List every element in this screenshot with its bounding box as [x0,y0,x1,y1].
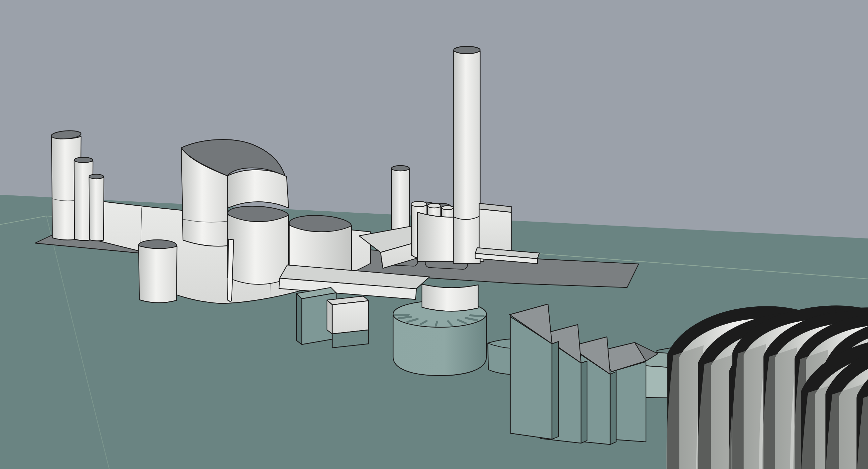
cylinder-wall[interactable] [138,246,177,303]
bundle-lobe-top [428,203,441,208]
teal-box-side[interactable] [297,293,302,345]
prism-side[interactable] [581,361,587,443]
trio-small-wall[interactable] [89,177,104,241]
prism-side[interactable] [552,342,559,439]
trio-mid-top[interactable] [74,157,93,163]
drum-core-cylinder[interactable] [422,284,478,311]
modeling-viewport[interactable]: Ground plane Drawing axes Curved ramp wa… [0,0,868,469]
thin-cylinder-wall[interactable] [392,169,409,232]
cylinder-wall[interactable] [228,215,288,285]
bundle-lobe-top [411,201,427,207]
white-box-front[interactable] [332,301,369,334]
prism-side[interactable] [610,372,616,444]
bundle-lobe-top [441,206,453,210]
scene-canvas[interactable]: Ground plane Drawing axes Curved ramp wa… [0,0,868,469]
chimney-wall[interactable] [454,50,480,263]
trio-small-top[interactable] [89,174,103,179]
thin-cylinder-top[interactable] [392,166,409,171]
thin-cylinder[interactable]: Slender cylinder [392,166,409,232]
chimney-tower[interactable]: Tall chimney cylinder [454,47,480,263]
chimney-top[interactable] [454,47,480,54]
white-box-side[interactable] [327,300,332,334]
teal-boxes[interactable]: Service boxes [297,288,369,348]
